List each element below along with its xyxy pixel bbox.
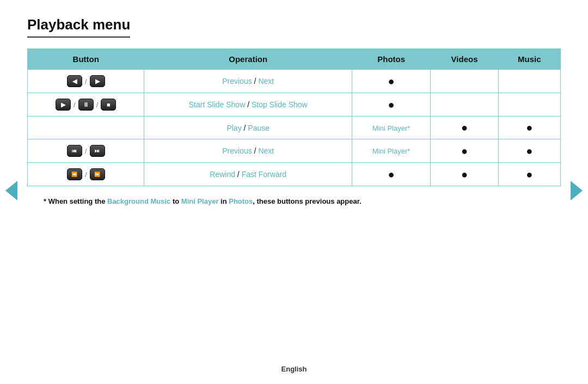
button-cell-row1: ◀ / ▶: [28, 70, 144, 93]
videos-cell-row3: ●: [431, 117, 498, 139]
op-next-label: Next: [258, 77, 274, 86]
op-rewind-label: Rewind: [210, 170, 235, 179]
videos-cell-row5: ●: [431, 163, 498, 186]
photos-cell-row1: ●: [352, 70, 430, 93]
button-cell-row2: ▶ / ⏸ / ■: [28, 93, 144, 117]
col-header-music: Music: [498, 49, 560, 70]
next-btn[interactable]: ▶: [90, 75, 105, 87]
prev-btn[interactable]: ◀: [67, 75, 82, 87]
bullet-indicator: ●: [388, 99, 395, 111]
op-next-label2: Next: [258, 147, 274, 155]
bullet-indicator: ●: [461, 121, 468, 133]
op-previous-label2: Previous: [222, 147, 252, 155]
page-container: Playback menu Button Operation Photos Vi…: [0, 0, 588, 216]
photos-cell-row2: ●: [352, 93, 430, 117]
footnote-mini-player: Mini Player: [181, 197, 219, 205]
col-header-photos: Photos: [352, 49, 430, 70]
bullet-indicator: ●: [526, 121, 532, 133]
btn-group-row4: ⏮ / ⏭: [33, 144, 138, 157]
music-cell-row3: ●: [498, 117, 560, 139]
playback-table: Button Operation Photos Videos Music ◀ /…: [27, 48, 561, 186]
col-header-button: Button: [28, 49, 144, 70]
button-cell-row5: ⏪ / ⏩: [28, 163, 144, 186]
col-header-videos: Videos: [431, 49, 498, 70]
op-start-slideshow: Start Slide Show: [189, 100, 246, 109]
nav-next-arrow[interactable]: [571, 181, 583, 200]
op-pause-label: Pause: [248, 124, 270, 132]
music-cell-row5: ●: [498, 163, 560, 186]
fastforward-btn[interactable]: ⏩: [90, 168, 105, 180]
play-btn[interactable]: ▶: [56, 99, 71, 111]
op-stop-slideshow: Stop Slide Show: [252, 100, 308, 109]
videos-cell-row1: [431, 70, 498, 93]
footnote-text: * When setting the Background Music to M…: [27, 197, 561, 205]
btn-group-row5: ⏪ / ⏩: [33, 168, 138, 181]
operation-cell-row4: Previous / Next: [144, 139, 352, 163]
col-header-operation: Operation: [144, 49, 352, 70]
videos-cell-row2: [431, 93, 498, 117]
nav-prev-arrow[interactable]: [5, 181, 17, 200]
button-cell-row4: ⏮ / ⏭: [28, 139, 144, 163]
op-previous-label: Previous: [222, 77, 252, 86]
page-title: Playback menu: [27, 16, 130, 38]
op-play-label: Play: [226, 124, 241, 132]
btn-group-row2: ▶ / ⏸ / ■: [33, 98, 138, 111]
music-cell-row4: ●: [498, 139, 560, 163]
footer-language: English: [281, 365, 307, 373]
stop-btn[interactable]: ■: [101, 99, 116, 111]
operation-cell-row5: Rewind / Fast Forward: [144, 163, 352, 186]
photos-cell-row3: Mini Player*: [352, 117, 430, 139]
bullet-indicator: ●: [461, 168, 468, 180]
videos-cell-row4: ●: [431, 139, 498, 163]
table-row: ⏪ / ⏩ Rewind / Fast Forward ● ● ●: [28, 163, 561, 186]
table-row: ▶ / ⏸ / ■ Start Slide Show / Stop Slide …: [28, 93, 561, 117]
bullet-indicator: ●: [461, 145, 468, 157]
operation-cell-row3: Play / Pause: [144, 117, 352, 139]
mini-player-text: Mini Player*: [372, 124, 410, 132]
table-row: Play / Pause Mini Player* ● ●: [28, 117, 561, 139]
table-row: ◀ / ▶ Previous / Next ●: [28, 70, 561, 93]
bullet-indicator: ●: [388, 75, 395, 87]
footnote-photos: Photos: [229, 197, 253, 205]
rewind-btn[interactable]: ⏪: [67, 168, 82, 180]
photos-cell-row4: Mini Player*: [352, 139, 430, 163]
photos-cell-row5: ●: [352, 163, 430, 186]
bullet-indicator: ●: [526, 168, 532, 180]
skip-next-btn[interactable]: ⏭: [90, 145, 105, 157]
table-row: ⏮ / ⏭ Previous / Next Mini Player* ● ●: [28, 139, 561, 163]
skip-prev-btn[interactable]: ⏮: [67, 145, 82, 157]
bullet-indicator: ●: [388, 168, 395, 180]
button-cell-row3: [28, 117, 144, 139]
btn-group-row1: ◀ / ▶: [33, 75, 138, 88]
pause-btn[interactable]: ⏸: [78, 99, 94, 111]
mini-player-text2: Mini Player*: [372, 147, 410, 155]
bullet-indicator: ●: [526, 145, 532, 157]
operation-cell-row1: Previous / Next: [144, 70, 352, 93]
music-cell-row1: [498, 70, 560, 93]
music-cell-row2: [498, 93, 560, 117]
operation-cell-row2: Start Slide Show / Stop Slide Show: [144, 93, 352, 117]
op-fastforward-label: Fast Forward: [242, 170, 286, 179]
footnote-bg-music: Background Music: [107, 197, 170, 205]
